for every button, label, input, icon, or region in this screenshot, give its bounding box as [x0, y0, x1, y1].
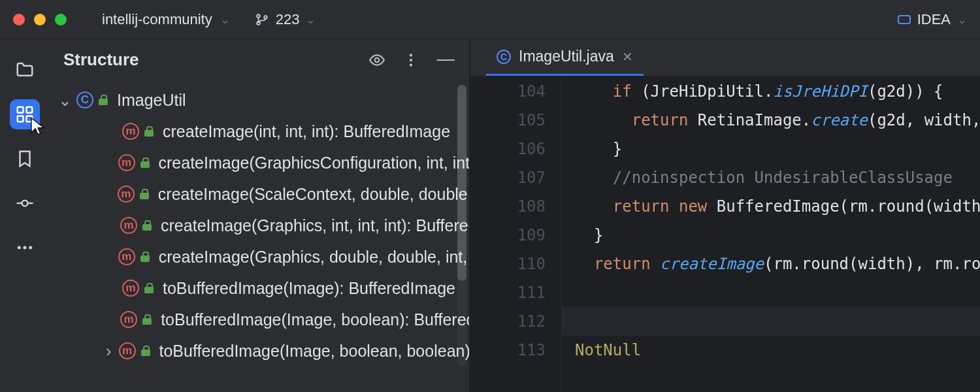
window-controls [13, 14, 67, 25]
structure-member-node[interactable]: mcreateImage(Graphics, int, int, int): B… [49, 210, 469, 241]
branch-count-label: 223 [276, 11, 300, 28]
project-name-label: intellij-community [102, 11, 212, 28]
line-number: 110 [470, 250, 546, 278]
editor-tab[interactable]: C ImageUtil.java ✕ [486, 39, 644, 76]
code-line[interactable] [562, 307, 980, 336]
lock-icon [142, 220, 152, 231]
line-number: 112 [470, 307, 546, 336]
line-number: 107 [470, 163, 546, 192]
chevron-right-icon[interactable]: › [104, 342, 114, 361]
more-vertical-icon[interactable] [402, 52, 419, 69]
folder-icon [15, 60, 35, 80]
maximize-window-button[interactable] [55, 14, 67, 25]
lock-icon [142, 314, 152, 325]
bookmarks-tool-button[interactable] [10, 144, 40, 174]
ide-icon [898, 15, 911, 24]
commit-tool-button[interactable] [10, 188, 40, 218]
editor: C ImageUtil.java ✕ 104105106107108109110… [470, 39, 980, 392]
method-icon: m [122, 280, 139, 297]
lock-icon [141, 346, 150, 356]
minimize-window-button[interactable] [34, 14, 46, 25]
svg-point-11 [375, 57, 380, 62]
structure-tree[interactable]: ⌄ C ImageUtil mcreateImage(int, int, int… [49, 79, 469, 372]
vcs-branch-dropdown[interactable]: 223 ⌄ [255, 11, 316, 28]
code-line[interactable]: } [575, 221, 980, 250]
structure-title: Structure [63, 50, 368, 70]
close-tab-button[interactable]: ✕ [622, 49, 633, 65]
svg-point-2 [264, 16, 267, 19]
lock-icon [140, 252, 150, 262]
code-line[interactable] [575, 278, 980, 307]
structure-member-node[interactable]: ›mtoBufferedImage(Image, boolean, boolea… [49, 335, 469, 367]
svg-point-8 [17, 246, 20, 250]
close-window-button[interactable] [13, 14, 25, 25]
line-gutter: 104105106107108109110111112113 [470, 77, 562, 392]
line-number: 105 [470, 106, 546, 135]
structure-panel: Structure ⌄ C ImageUtil mcreateImage(int… [49, 39, 470, 392]
more-horizontal-icon [15, 238, 35, 257]
ide-selector-dropdown[interactable]: IDEA ⌄ [898, 11, 967, 28]
method-icon: m [118, 154, 135, 171]
structure-scrollbar-thumb[interactable] [457, 85, 466, 281]
code-line[interactable]: //noinspection UndesirableClassUsage [575, 163, 980, 192]
lock-icon [144, 283, 154, 293]
commit-icon [15, 193, 35, 213]
chevron-down-icon[interactable]: ⌄ [58, 91, 71, 110]
project-dropdown[interactable]: intellij-community ⌄ [95, 7, 237, 32]
code-line[interactable]: } [575, 135, 980, 163]
structure-node-label: createImage(int, int, int): BufferedImag… [163, 122, 450, 141]
structure-node-label: ImageUtil [117, 91, 186, 110]
structure-member-node[interactable]: mcreateImage(ScaleContext, double, doubl… [49, 178, 469, 210]
structure-node-label: createImage(GraphicsConfiguration, int, … [159, 154, 469, 172]
structure-member-node[interactable]: mcreateImage(GraphicsConfiguration, int,… [49, 147, 469, 178]
structure-member-node[interactable]: mcreateImage(Graphics, double, double, i… [49, 241, 469, 272]
project-tool-button[interactable] [10, 55, 40, 85]
line-number: 109 [470, 221, 546, 250]
structure-member-node[interactable]: mtoBufferedImage(Image): BufferedImage [49, 272, 469, 304]
svg-point-9 [23, 246, 26, 250]
structure-node-label: createImage(Graphics, double, double, in… [159, 248, 469, 267]
code-line[interactable]: NotNull [575, 336, 980, 365]
svg-point-13 [410, 58, 412, 61]
line-number: 113 [470, 336, 546, 365]
bookmark-icon [15, 149, 35, 169]
structure-member-node[interactable]: mtoBufferedImage(Image, boolean): Buffer… [49, 304, 469, 335]
chevron-down-icon: ⌄ [957, 12, 967, 27]
more-tools-button[interactable] [10, 233, 40, 263]
editor-tabs: C ImageUtil.java ✕ [470, 39, 980, 77]
structure-tool-button[interactable] [10, 99, 40, 129]
svg-point-14 [410, 63, 412, 66]
structure-member-node[interactable]: mcreateImage(int, int, int): BufferedIma… [49, 116, 469, 147]
svg-rect-6 [26, 116, 32, 122]
code-text[interactable]: if (JreHiDpiUtil.isJreHiDPI(g2d)) { retu… [562, 77, 980, 392]
method-icon: m [118, 186, 135, 203]
svg-point-12 [410, 54, 412, 56]
svg-point-7 [22, 201, 27, 206]
structure-node-label: toBufferedImage(Image, boolean): Buffere… [161, 310, 469, 329]
svg-point-10 [29, 246, 32, 250]
editor-tab-filename: ImageUtil.java [519, 48, 614, 65]
lock-icon [144, 126, 154, 137]
code-line[interactable]: return createImage(rm.round(width), rm.r… [575, 250, 980, 278]
code-area[interactable]: 104105106107108109110111112113 if (JreHi… [470, 77, 980, 392]
method-icon: m [120, 217, 137, 234]
hide-panel-button[interactable] [436, 59, 455, 61]
svg-rect-4 [26, 107, 32, 113]
class-icon: C [497, 50, 511, 64]
structure-node-label: createImage(Graphics, int, int, int): Bu… [161, 216, 469, 235]
structure-icon [15, 105, 35, 124]
line-number: 108 [470, 192, 546, 221]
method-icon: m [120, 311, 137, 328]
lock-icon [99, 95, 108, 105]
svg-rect-5 [17, 116, 23, 122]
code-line[interactable]: return new BufferedImage(rm.round(width)… [575, 192, 980, 221]
svg-point-0 [257, 14, 260, 18]
code-line[interactable]: return RetinaImage.create(g2d, width, he… [575, 106, 980, 135]
lock-icon [140, 157, 150, 168]
line-number: 106 [470, 135, 546, 163]
chevron-down-icon: ⌄ [306, 12, 316, 27]
eye-icon[interactable] [368, 52, 385, 69]
code-line[interactable]: if (JreHiDpiUtil.isJreHiDPI(g2d)) { [575, 77, 980, 106]
structure-root-node[interactable]: ⌄ C ImageUtil [49, 84, 469, 116]
chevron-down-icon: ⌄ [220, 12, 230, 27]
